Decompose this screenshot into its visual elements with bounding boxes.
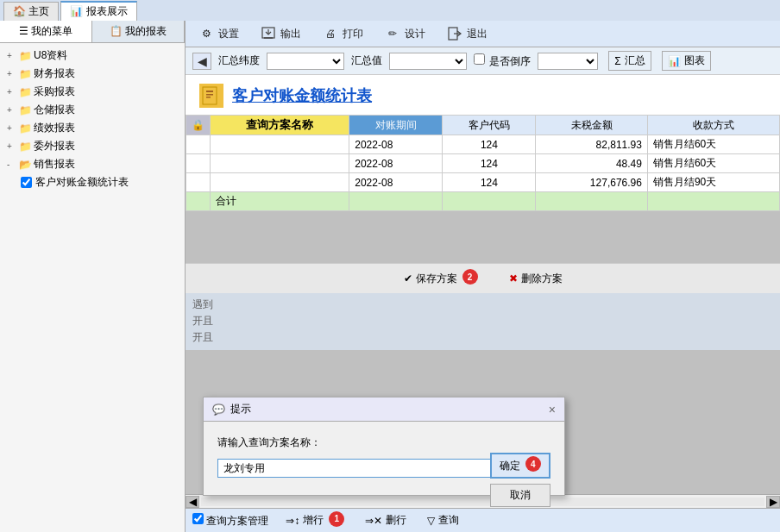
amount-header: 未税金额 xyxy=(536,116,647,135)
row1-payment: 销售月结60天 xyxy=(647,135,779,154)
table-row: 3 2022-08 124 127,676.96 销售月结90天 xyxy=(186,173,780,192)
query-mgmt-checkbox[interactable] xyxy=(192,513,204,524)
chart-button[interactable]: 📊 图表 xyxy=(662,51,711,71)
query-mgmt-label: 查询方案管理 xyxy=(192,513,268,529)
query-button[interactable]: ▽ 查询 xyxy=(424,511,462,529)
confirm-button[interactable]: 确定 4 xyxy=(490,453,550,479)
export-button[interactable]: 输出 xyxy=(255,24,306,43)
scheme-name-input[interactable] xyxy=(217,459,511,478)
expand-icon-sales: - xyxy=(7,160,19,169)
expand-icon-outsource: + xyxy=(7,141,19,151)
row1-amount: 82,811.93 xyxy=(536,135,647,154)
exit-icon xyxy=(446,26,463,41)
dialog-buttons: 确定 4 取消 xyxy=(490,453,550,507)
tree-item-finance[interactable]: + 📁 财务报表 xyxy=(3,65,181,83)
expand-icon-finance: + xyxy=(7,69,19,78)
filter-bar: ◀ 汇总纬度 汇总值 是否倒序 Σ 汇总 xyxy=(186,47,780,75)
settings-button[interactable]: ⚙ 设置 xyxy=(192,24,244,43)
row2-code: 124 xyxy=(443,154,536,173)
tree-item-outsource[interactable]: + 📁 委外报表 xyxy=(3,137,181,155)
expand-icon-warehouse: + xyxy=(7,105,19,115)
table-row: 2 2022-08 124 48.49 销售月结60天 xyxy=(186,154,780,173)
scroll-right-button[interactable]: ▶ xyxy=(766,496,780,508)
tree-icon-finance: 📁 xyxy=(19,68,32,80)
tree-item-sales[interactable]: - 📂 销售报表 xyxy=(3,155,181,173)
confirm-badge: 4 xyxy=(525,456,541,472)
order-select[interactable] xyxy=(538,53,598,70)
settings-icon: ⚙ xyxy=(198,26,215,41)
sidebar-tab-my-menu[interactable]: ☰ 我的菜单 xyxy=(0,21,92,42)
lock-col-header: 🔒 xyxy=(186,116,211,135)
prompt-dialog: 💬 提示 × 请输入查询方案名称： 3 xyxy=(203,397,565,496)
payment-header: 收款方式 xyxy=(647,116,779,135)
cancel-button[interactable]: 取消 xyxy=(490,484,550,507)
print-icon: 🖨 xyxy=(322,26,339,41)
tab-home[interactable]: 🏠 主页 xyxy=(3,2,59,21)
sidebar-tabs: ☰ 我的菜单 📋 我的报表 xyxy=(0,21,185,43)
report-table: 🔒 查询方案名称 对账期间 客户代码 未税金额 收款方式 xyxy=(186,115,780,211)
tree-icon-u8: 📁 xyxy=(19,50,32,62)
dialog-icon: 💬 xyxy=(212,404,225,416)
horizontal-scrollbar[interactable]: ◀ ▶ xyxy=(186,494,780,508)
sidebar-tab-my-reports[interactable]: 📋 我的报表 xyxy=(92,21,185,42)
delete-row-icon: ⇒✕ xyxy=(365,515,382,527)
my-reports-icon: 📋 xyxy=(110,25,123,37)
dialog-prompt-label: 请输入查询方案名称： xyxy=(217,435,550,450)
reverse-order-checkbox[interactable] xyxy=(474,53,485,65)
total-row: 合计 xyxy=(186,192,780,211)
report-icon: 📊 xyxy=(70,5,83,17)
exit-button[interactable]: 退出 xyxy=(441,24,493,43)
row-num-1: 1 xyxy=(186,135,211,154)
delete-row-button[interactable]: ⇒✕ 删行 xyxy=(362,511,410,529)
dialog-body: 请输入查询方案名称： 3 确定 4 xyxy=(204,422,564,495)
save-badge: 2 xyxy=(462,269,478,285)
tree-icon-warehouse: 📁 xyxy=(19,104,32,116)
table-row: 1 2022-08 124 82,811.93 销售月结60天 xyxy=(186,135,780,154)
white-report: 客户对账金额统计表 🔒 查询方案名称 对账期间 客户代码 未 xyxy=(186,75,780,263)
reverse-order-label: 是否倒序 xyxy=(474,53,531,69)
scroll-left-button[interactable]: ◀ xyxy=(186,496,199,508)
dialog-title-bar: 💬 提示 × xyxy=(204,397,564,422)
tree-item-customer-report[interactable]: 客户对账金额统计表 xyxy=(17,173,181,191)
summary-button[interactable]: Σ 汇总 xyxy=(608,51,651,71)
report-title-text: 客户对账金额统计表 xyxy=(232,85,372,106)
dialog-close-button[interactable]: × xyxy=(549,403,556,416)
gray-area-below-table xyxy=(186,211,780,263)
code-header: 客户代码 xyxy=(443,116,536,135)
tree-item-purchase[interactable]: + 📁 采购报表 xyxy=(3,83,181,101)
design-button[interactable]: ✏ 设计 xyxy=(379,24,431,43)
main-content: ☰ 我的菜单 📋 我的报表 + 📁 U8资料 + 📁 财务报表 xyxy=(0,21,780,532)
row3-payment: 销售月结90天 xyxy=(647,173,779,192)
customer-report-checkbox[interactable] xyxy=(21,177,32,188)
tree-icon-purchase: 📁 xyxy=(19,86,32,98)
toolbar: ⚙ 设置 输出 🖨 打印 ✏ 设计 xyxy=(186,21,780,47)
right-panel: ⚙ 设置 输出 🖨 打印 ✏ 设计 xyxy=(186,21,780,532)
aggregate-value-select[interactable] xyxy=(389,53,467,70)
row3-amount: 127,676.96 xyxy=(536,173,647,192)
design-icon: ✏ xyxy=(384,26,401,41)
delete-scheme-button[interactable]: ✖ 删除方案 xyxy=(502,270,569,288)
scroll-track[interactable] xyxy=(201,498,764,506)
row3-period: 2022-08 xyxy=(349,173,443,192)
add-row-button[interactable]: ⇒↕ 增行 1 xyxy=(282,511,348,530)
svg-rect-7 xyxy=(206,94,213,96)
total-label: 合计 xyxy=(211,192,349,211)
tab-report-display[interactable]: 📊 报表展示 xyxy=(60,1,136,21)
dialog-title-text: 💬 提示 xyxy=(212,402,251,416)
row2-period: 2022-08 xyxy=(349,154,443,173)
period-header: 对账期间 xyxy=(349,116,443,135)
row2-payment: 销售月结60天 xyxy=(647,154,779,173)
report-title-icon xyxy=(199,84,223,108)
bottom-bar: 查询方案管理 ⇒↕ 增行 1 ⇒✕ 删行 ▽ 查询 xyxy=(186,508,780,532)
save-scheme-button[interactable]: ✔ 保存方案 2 xyxy=(397,269,485,288)
tree-icon-sales: 📂 xyxy=(19,159,32,171)
nav-first-button[interactable]: ◀ xyxy=(192,53,211,70)
aggregate-dimension-select[interactable] xyxy=(267,53,344,70)
print-button[interactable]: 🖨 打印 xyxy=(317,24,368,43)
chart-icon: 📊 xyxy=(668,55,681,67)
tab-bar: 🏠 主页 📊 报表展示 xyxy=(0,0,780,21)
expand-icon-performance: + xyxy=(7,123,19,133)
tree-item-performance[interactable]: + 📁 绩效报表 xyxy=(3,119,181,137)
tree-item-warehouse[interactable]: + 📁 仓储报表 xyxy=(3,101,181,119)
tree-item-u8[interactable]: + 📁 U8资料 xyxy=(3,47,181,65)
